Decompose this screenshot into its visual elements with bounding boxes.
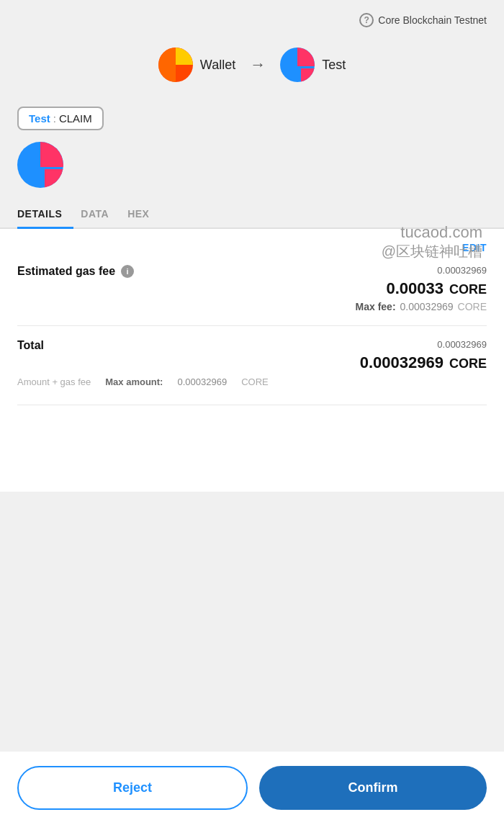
gas-info-icon[interactable]: i [121,265,134,278]
total-main-amount: 0.00032969 [360,353,444,372]
total-sub-row: Amount + gas fee Max amount: 0.00032969 … [17,376,487,387]
top-bar: ? Core Blockchain Testnet [0,0,504,35]
total-small-value: 0.00032969 [437,339,487,350]
fee-max-value: 0.00032969 [400,301,454,312]
total-main-unit: CORE [449,356,487,371]
from-avatar [158,48,193,82]
total-label: Total [17,339,44,352]
fee-main-amount: 0.00033 [386,279,444,298]
fee-max-unit: CORE [458,301,487,312]
claim-badge-action: CLAIM [59,112,92,125]
fee-label: Estimated gas fee [17,265,115,278]
fee-max-row: Max fee: 0.00032969 CORE [17,301,487,312]
edit-row: EDIT [17,229,487,258]
wallet-row: Wallet → Test [0,35,504,99]
arrow-icon: → [250,55,266,74]
from-wallet-label: Wallet [200,58,235,73]
claim-badge-name: Test [29,112,50,125]
to-wallet: Test [280,48,346,82]
total-main-row: 0.00032969 CORE [17,353,487,372]
gas-fee-section: Estimated gas fee i 0.00032969 0.00033 C… [17,258,487,325]
to-avatar [280,48,315,82]
total-section: Total 0.00032969 0.00032969 CORE Amount … [17,326,487,405]
network-name: Core Blockchain Testnet [378,14,487,26]
tab-data[interactable]: DATA [81,201,120,229]
tab-hex[interactable]: HEX [127,201,161,229]
fee-main-unit: CORE [449,282,487,297]
reject-button[interactable]: Reject [17,766,248,810]
edit-button[interactable]: EDIT [462,242,487,253]
claim-badge-sep: : [53,112,56,125]
fee-small-value: 0.00032969 [437,265,487,276]
total-max-label: Max amount: [105,376,163,387]
tab-details[interactable]: DETAILS [17,201,73,229]
claim-section: Test : CLAIM [0,99,504,130]
total-max-value: 0.00032969 [177,376,227,387]
claim-badge: Test : CLAIM [17,107,104,130]
confirm-button[interactable]: Confirm [259,766,487,810]
from-wallet: Wallet [158,48,235,82]
large-avatar [17,142,63,188]
help-icon[interactable]: ? [359,13,374,27]
fee-top-row: Estimated gas fee i 0.00032969 [17,265,487,278]
bottom-bar: Reject Confirm [0,751,504,830]
large-avatar-section [0,130,504,194]
main-content: EDIT Estimated gas fee i 0.00032969 0.00… [0,229,504,492]
fee-main-row: 0.00033 CORE [17,279,487,298]
to-wallet-label: Test [322,58,346,73]
tabs-bar: DETAILS DATA HEX [0,201,504,229]
total-top-row: Total 0.00032969 [17,339,487,352]
network-badge: ? Core Blockchain Testnet [359,13,487,27]
fee-label-row: Estimated gas fee i [17,265,134,278]
total-max-unit: CORE [241,376,269,387]
total-sub-label: Amount + gas fee [17,376,91,387]
fee-max-label: Max fee: [356,301,396,312]
